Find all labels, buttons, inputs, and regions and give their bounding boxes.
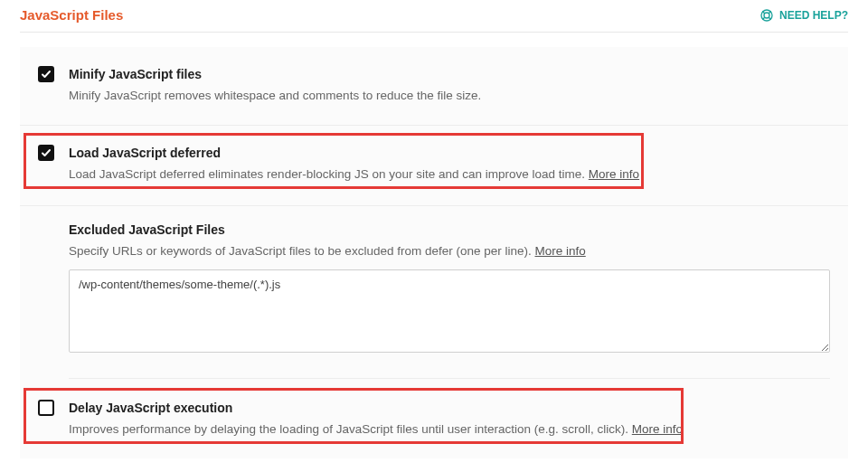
- checkmark-icon: [41, 69, 52, 80]
- defer-desc: Load JavaScript deferred eliminates rend…: [69, 165, 830, 184]
- option-excluded-row: Excluded JavaScript Files Specify URLs o…: [20, 206, 848, 355]
- option-defer-row: Load JavaScript deferred Load JavaScript…: [20, 126, 848, 206]
- delay-more-info-link[interactable]: More info: [632, 422, 683, 436]
- section-header: JavaScript Files NEED HELP?: [20, 7, 848, 33]
- excluded-textarea[interactable]: [69, 269, 830, 353]
- help-icon: [760, 8, 774, 23]
- defer-title: Load JavaScript deferred: [69, 144, 830, 162]
- minify-checkbox[interactable]: [38, 66, 54, 82]
- excluded-more-info-link[interactable]: More info: [534, 244, 585, 258]
- svg-point-1: [764, 13, 769, 18]
- minify-desc: Minify JavaScript removes whitespace and…: [69, 87, 830, 105]
- defer-desc-text: Load JavaScript deferred eliminates rend…: [69, 167, 589, 181]
- settings-panel: Minify JavaScript files Minify JavaScrip…: [20, 47, 848, 458]
- excluded-desc-text: Specify URLs or keywords of JavaScript f…: [69, 244, 534, 258]
- delay-desc-text: Improves performance by delaying the loa…: [69, 422, 632, 436]
- defer-more-info-link[interactable]: More info: [589, 167, 639, 181]
- minify-title: Minify JavaScript files: [69, 65, 830, 83]
- svg-line-2: [762, 11, 764, 13]
- delay-desc: Improves performance by delaying the loa…: [69, 420, 830, 439]
- need-help-label: NEED HELP?: [779, 9, 848, 22]
- svg-line-5: [769, 17, 770, 19]
- delay-checkbox[interactable]: [38, 400, 54, 416]
- page-root: JavaScript Files NEED HELP? Minify JavaS: [0, 0, 868, 472]
- delay-title: Delay JavaScript execution: [69, 399, 830, 417]
- excluded-desc: Specify URLs or keywords of JavaScript f…: [69, 242, 830, 260]
- excluded-title: Excluded JavaScript Files: [69, 222, 830, 237]
- svg-line-4: [762, 17, 764, 19]
- option-minify-row: Minify JavaScript files Minify JavaScrip…: [20, 47, 848, 126]
- need-help-button[interactable]: NEED HELP?: [760, 8, 848, 23]
- spacer-row: [20, 355, 848, 379]
- svg-line-3: [769, 11, 770, 13]
- defer-checkbox[interactable]: [38, 145, 54, 161]
- checkmark-icon: [41, 147, 52, 158]
- section-title: JavaScript Files: [20, 7, 123, 23]
- option-delay-row: Delay JavaScript execution Improves perf…: [20, 379, 848, 458]
